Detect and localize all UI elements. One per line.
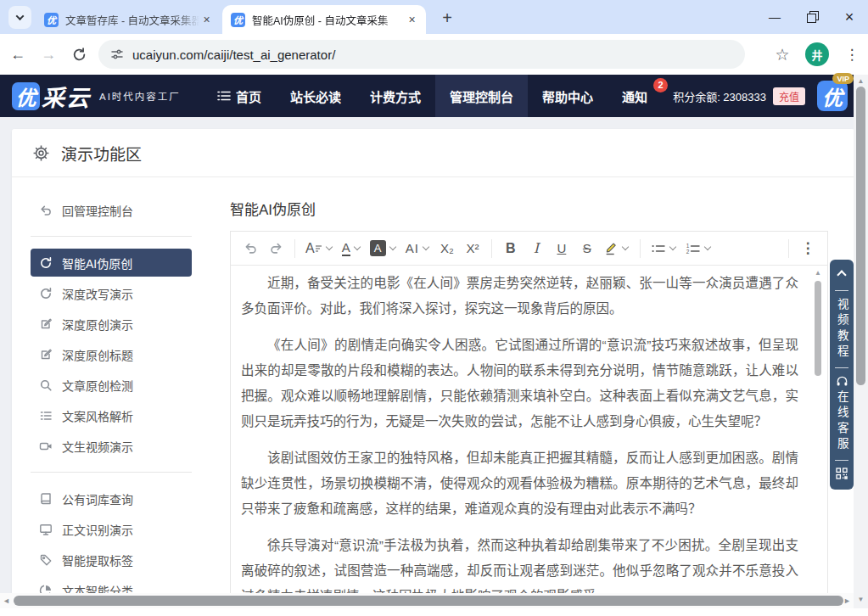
menu-label: 首页 (236, 87, 261, 105)
tab-close-icon[interactable]: × (405, 13, 419, 27)
qr-code-icon[interactable] (836, 468, 848, 479)
site-favicon: 优 (231, 13, 245, 27)
scroll-left-icon[interactable]: ◄ (3, 596, 10, 605)
sidebar-item-ai-rewrite[interactable]: 智能AI伪原创 (31, 249, 192, 277)
main-menu: 首页 站长必读 计费方式 管理控制台 帮助中心 通知 2 (203, 75, 669, 117)
card-header: 演示功能区 (12, 129, 854, 177)
user-avatar[interactable]: 优 VIP (817, 81, 848, 111)
sidebar-item-text-to-video[interactable]: 文生视频演示 (31, 432, 192, 460)
restore-button[interactable] (793, 0, 831, 34)
bookmark-star-icon[interactable]: ☆ (770, 42, 795, 67)
reload-button[interactable] (66, 42, 92, 67)
redo-button[interactable] (266, 237, 286, 260)
scroll-up-icon[interactable]: ▲ (854, 77, 868, 85)
bg-color-icon: A (370, 240, 386, 256)
window-controls: — × (756, 0, 868, 34)
vertical-scroll-thumb[interactable] (856, 87, 865, 385)
scroll-down-icon[interactable]: ▼ (854, 596, 868, 603)
minimize-button[interactable]: — (756, 0, 793, 34)
avatar-face: 优 (817, 81, 848, 111)
sidebar-item-deep-rewrite[interactable]: 深度改写演示 (31, 279, 192, 307)
highlight-button[interactable] (602, 237, 631, 260)
edit-icon (39, 348, 53, 361)
editor-scroll-thumb[interactable] (815, 281, 821, 376)
redo-icon (269, 241, 283, 255)
menu-label: 计费方式 (370, 87, 421, 105)
floating-help-panel[interactable]: 视频教程 在线客服 (830, 260, 854, 490)
strikethrough-button[interactable]: S (577, 237, 597, 260)
page-horizontal-scrollbar[interactable]: ◄ ► (0, 593, 854, 608)
menu-label: 通知 (622, 87, 647, 105)
menu-item-billing[interactable]: 计费方式 (356, 75, 435, 117)
font-size-button[interactable]: A (304, 237, 335, 260)
browser-menu-icon[interactable]: ⋮ (841, 42, 863, 67)
toolbar-divider (491, 239, 492, 258)
video-icon (39, 440, 53, 453)
tab-close-icon[interactable]: × (199, 13, 214, 27)
line-height-button[interactable]: AI (404, 237, 432, 260)
menu-item-console[interactable]: 管理控制台 (435, 75, 528, 117)
sidebar-item-label: 正文识别演示 (62, 521, 133, 538)
page-background: 演示功能区 回管理控制台 智能AI伪原创 深度改写 (0, 117, 868, 616)
book-icon (39, 492, 53, 506)
menu-item-must-read[interactable]: 站长必读 (276, 75, 356, 117)
browser-window: 优 文章暂存库 - 自动文章采集器-优 × 优 智能AI伪原创 - 自动文章采集… (0, 0, 868, 616)
back-button[interactable]: ← (5, 42, 31, 67)
tab-article-storage[interactable]: 优 文章暂存库 - 自动文章采集器-优 × (36, 5, 221, 34)
menu-label: 管理控制台 (450, 87, 513, 105)
sidebar-item-style-analysis[interactable]: 文案风格解析 (31, 401, 192, 429)
superscript-button[interactable]: X² (462, 237, 483, 260)
video-tutorial-link[interactable]: 视频教程 (836, 298, 848, 361)
bg-color-button[interactable]: A (368, 237, 399, 260)
browser-actions: ☆ 井 ⋮ (770, 42, 863, 67)
sidebar-item-deep-title[interactable]: 深度原创标题 (31, 340, 192, 368)
profile-avatar[interactable]: 井 (805, 42, 829, 66)
page-title: 演示功能区 (61, 142, 142, 165)
sidebar-item-label: 公有词库查询 (62, 490, 133, 507)
scroll-right-icon[interactable]: ► (843, 596, 851, 605)
sidebar-item-originality-check[interactable]: 文章原创检测 (31, 371, 192, 399)
sidebar-item-deep-original[interactable]: 深度原创演示 (31, 310, 192, 338)
chevron-down-icon (423, 244, 429, 250)
sidebar-item-label: 智能AI伪原创 (62, 255, 132, 272)
menu-item-notifications[interactable]: 通知 2 (608, 75, 669, 117)
underline-button[interactable]: U (552, 237, 572, 260)
tab-ai-rewrite-active[interactable]: 优 智能AI伪原创 - 自动文章采集 × (222, 5, 426, 34)
subscript-button[interactable]: X₂ (437, 237, 457, 260)
chevron-up-icon[interactable] (837, 270, 846, 279)
scroll-up-icon[interactable]: ▲ (813, 269, 823, 277)
url-field[interactable]: ucaiyun.com/caiji/test_ai_generator/ (98, 40, 745, 69)
logo-badge: 优 (12, 82, 40, 110)
italic-button[interactable]: I (526, 237, 546, 260)
tab-title: 文章暂存库 - 自动文章采集器-优 (65, 12, 199, 28)
menu-item-help[interactable]: 帮助中心 (528, 75, 608, 117)
sidebar-item-public-lexicon[interactable]: 公有词库查询 (31, 484, 192, 512)
page-vertical-scrollbar[interactable]: ▲ ▼ (854, 75, 868, 616)
undo-button[interactable] (240, 237, 260, 260)
menu-item-home[interactable]: 首页 (203, 75, 276, 117)
notification-badge: 2 (653, 78, 668, 92)
bold-button[interactable]: B (501, 237, 521, 260)
horizontal-scroll-thumb[interactable] (14, 596, 843, 606)
menu-label: 站长必读 (290, 87, 341, 105)
ordered-list-icon (39, 409, 53, 423)
sidebar-item-extract-tags[interactable]: 智能提取标签 (31, 546, 192, 574)
logo-tagline: AI时代内容工厂 (99, 89, 181, 103)
site-logo[interactable]: 优 采云 AI时代内容工厂 (12, 80, 181, 113)
sidebar-item-back-to-console[interactable]: 回管理控制台 (31, 196, 192, 224)
sidebar-item-label: 文案风格解析 (62, 407, 133, 424)
tag-icon (39, 553, 53, 567)
online-support-link[interactable]: 在线客服 (836, 390, 848, 453)
ordered-list-button[interactable]: 12 (684, 237, 714, 260)
new-tab-button[interactable]: + (436, 7, 458, 29)
site-info-icon[interactable] (110, 48, 124, 61)
bullet-list-button[interactable] (649, 237, 679, 260)
close-window-button[interactable]: × (831, 0, 868, 34)
editor-text-area[interactable]: 近期，备受关注的电影《在人间》票房走势突然逆转，赵丽颖、张一山等一众演员遭遇了众… (231, 266, 827, 609)
sidebar-item-body-recognition[interactable]: 正文识别演示 (31, 515, 192, 543)
recharge-button[interactable]: 充值 (773, 87, 805, 105)
more-options-button[interactable]: ⋮ (798, 237, 818, 260)
font-color-button[interactable]: A (340, 237, 363, 260)
editor-scrollbar[interactable]: ▲ (813, 269, 823, 590)
tab-search-button[interactable] (8, 6, 31, 29)
